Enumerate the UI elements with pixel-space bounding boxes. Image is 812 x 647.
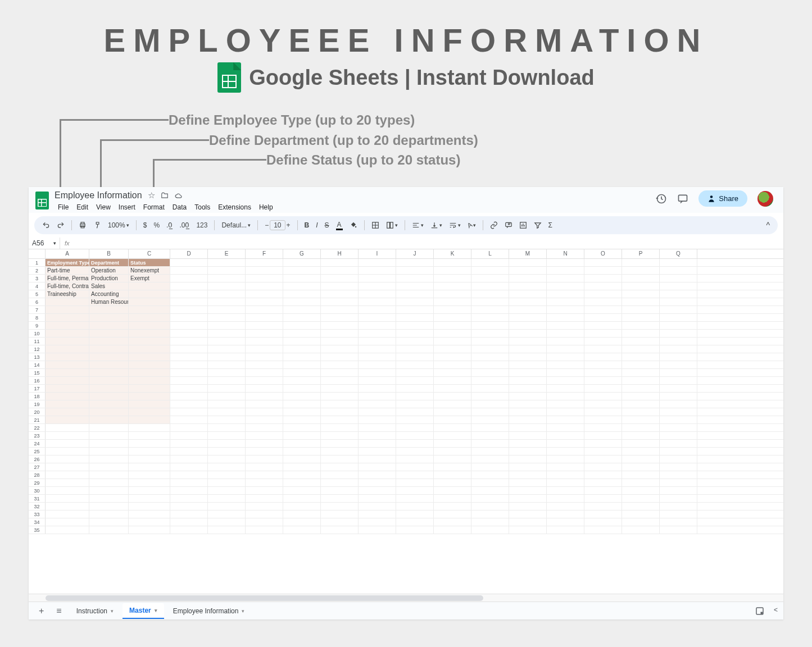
cell[interactable]	[471, 377, 509, 384]
cell[interactable]	[129, 495, 170, 502]
cell[interactable]	[246, 385, 283, 392]
cell[interactable]	[321, 432, 359, 439]
cell[interactable]	[396, 275, 434, 282]
cell[interactable]	[660, 377, 697, 384]
cell[interactable]	[129, 424, 170, 431]
cell[interactable]	[660, 322, 697, 329]
cell[interactable]	[321, 511, 359, 518]
cell[interactable]	[170, 259, 208, 266]
cell[interactable]	[396, 353, 434, 361]
fill-color-button[interactable]	[347, 220, 360, 231]
cell[interactable]	[584, 479, 622, 486]
cell[interactable]	[170, 361, 208, 368]
cell[interactable]	[283, 369, 321, 376]
cell[interactable]	[208, 424, 246, 431]
cell[interactable]	[208, 448, 246, 455]
cell[interactable]	[471, 385, 509, 392]
cell[interactable]	[509, 259, 547, 266]
row-header[interactable]: 15	[29, 369, 46, 376]
row-header[interactable]: 18	[29, 393, 46, 400]
cell[interactable]	[660, 448, 697, 455]
cell[interactable]	[396, 455, 434, 463]
col-header[interactable]: N	[547, 249, 584, 258]
cell[interactable]	[622, 369, 660, 376]
comments-icon[interactable]	[677, 193, 688, 204]
cell[interactable]	[434, 495, 471, 502]
cell[interactable]	[622, 283, 660, 290]
cell[interactable]	[46, 345, 89, 353]
cell[interactable]	[89, 408, 129, 416]
cell[interactable]	[170, 448, 208, 455]
cell[interactable]	[509, 345, 547, 353]
cell[interactable]	[622, 432, 660, 439]
cell[interactable]	[434, 526, 471, 534]
cell[interactable]	[89, 345, 129, 353]
cell[interactable]	[547, 440, 584, 447]
cell[interactable]	[434, 487, 471, 494]
cell[interactable]	[89, 314, 129, 321]
cell[interactable]	[509, 432, 547, 439]
sheet-tab[interactable]: Master▾	[123, 603, 164, 619]
row-header[interactable]: 12	[29, 345, 46, 353]
cell[interactable]	[547, 503, 584, 510]
cell[interactable]	[359, 455, 396, 463]
cell[interactable]	[129, 361, 170, 368]
cell[interactable]	[359, 424, 396, 431]
cell[interactable]	[622, 267, 660, 274]
cell[interactable]	[584, 511, 622, 518]
cell[interactable]	[584, 408, 622, 416]
cell[interactable]	[359, 385, 396, 392]
cell[interactable]	[509, 314, 547, 321]
cell[interactable]	[89, 526, 129, 534]
cell[interactable]	[509, 495, 547, 502]
cell[interactable]	[509, 416, 547, 423]
cell[interactable]	[170, 440, 208, 447]
cell[interactable]	[622, 298, 660, 306]
cell[interactable]	[509, 283, 547, 290]
cell[interactable]	[321, 393, 359, 400]
cell[interactable]	[170, 283, 208, 290]
cell[interactable]	[434, 416, 471, 423]
cell[interactable]	[208, 479, 246, 486]
cell[interactable]	[584, 424, 622, 431]
cell[interactable]	[283, 440, 321, 447]
cell[interactable]	[46, 369, 89, 376]
cell[interactable]	[46, 518, 89, 526]
col-header[interactable]: D	[170, 249, 208, 258]
cell[interactable]	[359, 338, 396, 345]
cell[interactable]	[170, 471, 208, 479]
cell[interactable]	[471, 353, 509, 361]
cell[interactable]	[471, 400, 509, 408]
cell[interactable]	[246, 275, 283, 282]
cell[interactable]	[622, 338, 660, 345]
cell[interactable]	[321, 298, 359, 306]
cell[interactable]	[359, 471, 396, 479]
cell[interactable]	[46, 471, 89, 479]
cell[interactable]	[396, 259, 434, 266]
cell[interactable]	[283, 314, 321, 321]
cell[interactable]	[509, 471, 547, 479]
cell[interactable]	[622, 440, 660, 447]
increase-decimal-button[interactable]: .00̲	[177, 220, 192, 231]
cell[interactable]	[283, 330, 321, 337]
cell[interactable]	[584, 361, 622, 368]
cell[interactable]	[246, 290, 283, 298]
cell[interactable]	[321, 448, 359, 455]
cell[interactable]	[471, 283, 509, 290]
cell[interactable]	[509, 448, 547, 455]
col-header[interactable]: A	[46, 249, 89, 258]
cell[interactable]	[321, 455, 359, 463]
cell[interactable]	[547, 275, 584, 282]
cell[interactable]	[471, 455, 509, 463]
cell[interactable]	[129, 518, 170, 526]
cell[interactable]	[170, 518, 208, 526]
cell[interactable]	[584, 471, 622, 479]
cell[interactable]	[547, 424, 584, 431]
cell[interactable]	[359, 330, 396, 337]
cell[interactable]	[471, 306, 509, 313]
all-sheets-button[interactable]: ≡	[52, 604, 66, 618]
menu-extensions[interactable]: Extensions	[215, 202, 255, 213]
cell[interactable]	[46, 400, 89, 408]
cell[interactable]	[509, 330, 547, 337]
cell[interactable]	[283, 432, 321, 439]
